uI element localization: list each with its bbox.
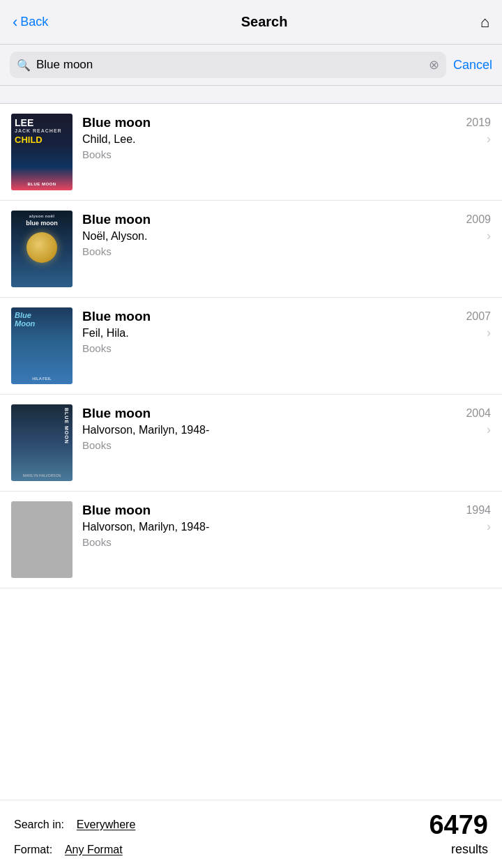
footer-left: Search in: Everywhere [14, 818, 429, 831]
result-title: Blue moon [82, 115, 456, 130]
result-meta: 2019 › [466, 114, 491, 146]
result-meta: 2007 › [466, 307, 491, 340]
format-label: Format: [14, 844, 52, 855]
result-year: 2004 [466, 407, 491, 420]
home-icon[interactable]: ⌂ [480, 13, 489, 31]
result-year: 2009 [466, 213, 491, 226]
book-cover: BlueMoon HILA FEIL [11, 307, 73, 384]
search-bar: 🔍 ⊗ Cancel [0, 45, 502, 86]
book-cover [11, 501, 73, 578]
result-meta: 1994 › [466, 501, 491, 534]
results-list: LEE JACK REACHER CHILD BLUE MOON Blue mo… [0, 104, 502, 588]
back-button[interactable]: ‹ Back [13, 13, 48, 31]
result-info: Blue moon Noël, Alyson. Books [82, 211, 456, 257]
result-author: Halvorson, Marilyn, 1948- [82, 424, 456, 436]
back-label: Back [20, 15, 48, 29]
result-meta: 2004 › [466, 404, 491, 437]
chevron-right-icon: › [487, 229, 491, 243]
result-meta: 2009 › [466, 211, 491, 243]
results-label: results [451, 842, 488, 856]
result-category: Books [82, 342, 456, 354]
header: ‹ Back Search ⌂ [0, 0, 502, 45]
result-info: Blue moon Child, Lee. Books [82, 114, 456, 160]
result-author: Halvorson, Marilyn, 1948- [82, 521, 456, 533]
list-item[interactable]: BLUE MOON MARILYN HALVORSON Blue moon Ha… [0, 395, 502, 492]
list-item[interactable]: LEE JACK REACHER CHILD BLUE MOON Blue mo… [0, 104, 502, 201]
chevron-right-icon: › [487, 326, 491, 340]
chevron-right-icon: › [487, 132, 491, 146]
separator-area [0, 86, 502, 104]
result-author: Noël, Alyson. [82, 230, 456, 243]
search-input[interactable] [36, 58, 423, 72]
result-author: Child, Lee. [82, 133, 456, 146]
footer: Search in: Everywhere 6479 Format: Any F… [0, 800, 502, 868]
result-category: Books [82, 536, 456, 548]
result-info: Blue moon Halvorson, Marilyn, 1948- Book… [82, 404, 456, 451]
footer-format-row: Format: Any Format results [14, 842, 488, 857]
list-item[interactable]: Blue moon Halvorson, Marilyn, 1948- Book… [0, 492, 502, 588]
book-cover: BLUE MOON MARILYN HALVORSON [11, 404, 73, 481]
list-item[interactable]: alyson noël blue moon Blue moon Noël, Al… [0, 201, 502, 298]
footer-results-right: results [451, 842, 488, 857]
search-input-wrapper: 🔍 ⊗ [10, 52, 446, 78]
result-title: Blue moon [82, 406, 456, 421]
clear-search-button[interactable]: ⊗ [429, 57, 439, 73]
result-category: Books [82, 149, 456, 160]
result-year: 1994 [466, 504, 491, 517]
cancel-button[interactable]: Cancel [453, 58, 492, 73]
chevron-left-icon: ‹ [13, 13, 17, 31]
result-title: Blue moon [82, 503, 456, 518]
page-title: Search [241, 14, 288, 30]
list-item[interactable]: BlueMoon HILA FEIL Blue moon Feil, Hila.… [0, 298, 502, 395]
chevron-right-icon: › [487, 519, 491, 534]
format-value[interactable]: Any Format [65, 844, 123, 855]
result-category: Books [82, 245, 456, 257]
result-category: Books [82, 439, 456, 451]
result-author: Feil, Hila. [82, 327, 456, 340]
result-info: Blue moon Feil, Hila. Books [82, 307, 456, 354]
search-in-value[interactable]: Everywhere [77, 818, 135, 830]
book-cover: LEE JACK REACHER CHILD BLUE MOON [11, 114, 73, 190]
result-title: Blue moon [82, 212, 456, 227]
footer-right: 6479 [429, 812, 488, 838]
footer-search-in-row: Search in: Everywhere 6479 [14, 812, 488, 838]
book-cover: alyson noël blue moon [11, 211, 73, 287]
footer-format-left: Format: Any Format [14, 844, 451, 856]
result-year: 2007 [466, 310, 491, 323]
results-count: 6479 [429, 810, 488, 839]
search-icon: 🔍 [17, 59, 31, 72]
search-in-label: Search in: [14, 818, 64, 830]
result-title: Blue moon [82, 309, 456, 324]
chevron-right-icon: › [487, 422, 491, 437]
result-year: 2019 [466, 116, 491, 129]
bottom-spacer [0, 588, 502, 665]
result-info: Blue moon Halvorson, Marilyn, 1948- Book… [82, 501, 456, 548]
